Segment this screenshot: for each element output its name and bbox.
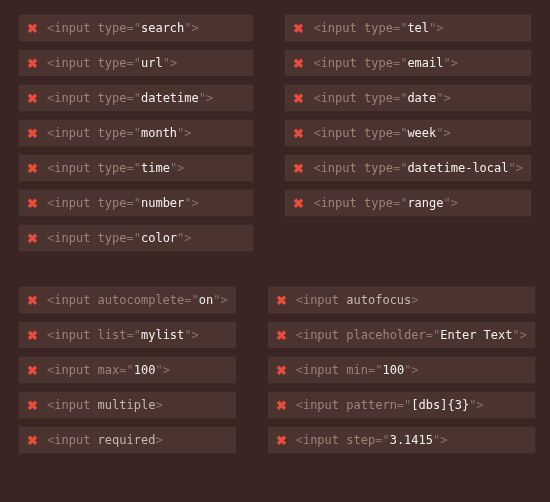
cross-icon: ✖	[27, 162, 38, 175]
feature-code: <input min="100">	[296, 363, 419, 377]
feature-code: <input max="100">	[47, 363, 170, 377]
attr-value: 100	[134, 363, 156, 377]
feature-row: ✖<input max="100">	[18, 356, 237, 384]
quote-open: "	[134, 126, 141, 140]
equals-sign: =	[127, 126, 134, 140]
element-name: input	[54, 398, 90, 412]
feature-code: <input type="range">	[313, 196, 458, 210]
feature-code: <input type="datetime-local">	[313, 161, 523, 175]
element-name: input	[54, 433, 90, 447]
attr-name: type	[364, 126, 393, 140]
quote-close: "	[184, 196, 191, 210]
equals-sign: =	[119, 363, 126, 377]
feature-section: ✖<input autocomplete="on">✖<input autofo…	[18, 286, 532, 454]
cross-icon: ✖	[276, 364, 287, 377]
equals-sign: =	[426, 328, 433, 342]
element-name: input	[54, 328, 90, 342]
feature-row: ✖<input autocomplete="on">	[18, 286, 237, 314]
quote-close: "	[444, 56, 451, 70]
attr-name: type	[364, 161, 393, 175]
angle-open: <	[313, 56, 320, 70]
equals-sign: =	[127, 161, 134, 175]
element-name: input	[303, 328, 339, 342]
feature-row: ✖<input type="date">	[284, 84, 532, 112]
attr-name: max	[98, 363, 120, 377]
angle-close: >	[155, 398, 162, 412]
feature-row: ✖<input placeholder="Enter Text">	[267, 321, 536, 349]
feature-row: ✖<input type="tel">	[284, 14, 532, 42]
attr-value: url	[141, 56, 163, 70]
attr-value: tel	[407, 21, 429, 35]
element-name: input	[321, 126, 357, 140]
equals-sign: =	[127, 328, 134, 342]
cross-icon: ✖	[293, 127, 304, 140]
element-name: input	[54, 56, 90, 70]
quote-close: "	[155, 363, 162, 377]
attr-value: datetime	[141, 91, 199, 105]
feature-section: ✖<input type="search">✖<input type="tel"…	[18, 14, 532, 252]
feature-code: <input required>	[47, 433, 163, 447]
cross-icon: ✖	[293, 92, 304, 105]
quote-close: "	[444, 196, 451, 210]
attr-name: type	[364, 91, 393, 105]
cross-icon: ✖	[27, 232, 38, 245]
feature-code: <input multiple>	[47, 398, 163, 412]
attr-name: pattern	[346, 398, 397, 412]
feature-code: <input autofocus>	[296, 293, 419, 307]
angle-open: <	[296, 293, 303, 307]
feature-row: ✖<input type="number">	[18, 189, 254, 217]
attr-name: step	[346, 433, 375, 447]
angle-close: >	[444, 126, 451, 140]
cross-icon: ✖	[27, 294, 38, 307]
angle-open: <	[296, 398, 303, 412]
feature-row: ✖<input type="email">	[284, 49, 532, 77]
attr-name: type	[98, 91, 127, 105]
quote-open: "	[134, 328, 141, 342]
attr-name: type	[364, 21, 393, 35]
cross-icon: ✖	[276, 399, 287, 412]
attr-name: autocomplete	[98, 293, 185, 307]
angle-close: >	[516, 161, 523, 175]
feature-code: <input type="number">	[47, 196, 199, 210]
angle-close: >	[192, 21, 199, 35]
angle-open: <	[296, 433, 303, 447]
cross-icon: ✖	[27, 399, 38, 412]
attr-value: [dbs]{3}	[411, 398, 469, 412]
attr-value: on	[199, 293, 213, 307]
angle-close: >	[192, 196, 199, 210]
quote-close: "	[199, 91, 206, 105]
attr-name: type	[98, 56, 127, 70]
angle-close: >	[476, 398, 483, 412]
attr-value: datetime-local	[407, 161, 508, 175]
cross-icon: ✖	[276, 294, 287, 307]
attr-value: number	[141, 196, 184, 210]
angle-close: >	[440, 433, 447, 447]
attr-name: min	[346, 363, 368, 377]
feature-row: ✖<input type="datetime-local">	[284, 154, 532, 182]
element-name: input	[54, 231, 90, 245]
cross-icon: ✖	[293, 22, 304, 35]
quote-open: "	[192, 293, 199, 307]
quote-close: "	[436, 126, 443, 140]
attr-name: autofocus	[346, 293, 411, 307]
feature-code: <input type="week">	[313, 126, 450, 140]
feature-row: ✖<input autofocus>	[267, 286, 536, 314]
cross-icon: ✖	[27, 329, 38, 342]
angle-close: >	[170, 56, 177, 70]
cross-icon: ✖	[27, 92, 38, 105]
element-name: input	[54, 196, 90, 210]
angle-open: <	[296, 363, 303, 377]
feature-row: ✖<input type="month">	[18, 119, 254, 147]
cross-icon: ✖	[276, 329, 287, 342]
element-name: input	[321, 56, 357, 70]
attr-name: type	[98, 196, 127, 210]
attr-name: type	[364, 196, 393, 210]
quote-close: "	[184, 21, 191, 35]
element-name: input	[54, 126, 90, 140]
quote-open: "	[134, 231, 141, 245]
attr-value: search	[141, 21, 184, 35]
attr-value: 100	[382, 363, 404, 377]
feature-code: <input type="date">	[313, 91, 450, 105]
feature-row: ✖<input type="range">	[284, 189, 532, 217]
cross-icon: ✖	[27, 364, 38, 377]
